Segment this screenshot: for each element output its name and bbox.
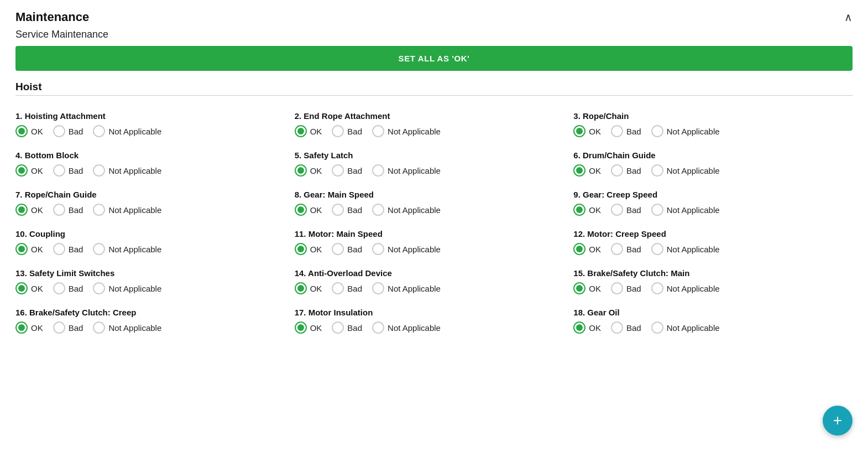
radio-label-bad-16: Bad xyxy=(69,323,83,333)
radio-na-3[interactable]: Not Applicable xyxy=(651,125,720,137)
item-cell-11: 11. Motor: Main SpeedOKBadNot Applicable xyxy=(295,222,574,262)
radio-group-6: OKBadNot Applicable xyxy=(573,164,844,177)
radio-circle-ok-11 xyxy=(295,243,307,255)
radio-circle-na-3 xyxy=(651,125,663,137)
radio-na-7[interactable]: Not Applicable xyxy=(93,204,161,216)
item-cell-18: 18. Gear OilOKBadNot Applicable xyxy=(573,301,853,340)
radio-label-na-17: Not Applicable xyxy=(388,323,441,333)
item-label-11: 11. Motor: Main Speed xyxy=(295,229,565,239)
radio-ok-10[interactable]: OK xyxy=(15,243,43,255)
radio-na-2[interactable]: Not Applicable xyxy=(372,125,441,137)
radio-label-bad-2: Bad xyxy=(347,127,362,136)
radio-label-bad-18: Bad xyxy=(626,323,641,333)
radio-group-14: OKBadNot Applicable xyxy=(295,282,565,294)
radio-label-ok-9: OK xyxy=(589,205,601,215)
radio-group-10: OKBadNot Applicable xyxy=(15,243,286,255)
radio-label-bad-13: Bad xyxy=(69,284,83,293)
radio-bad-16[interactable]: Bad xyxy=(53,322,83,334)
radio-bad-8[interactable]: Bad xyxy=(332,204,362,216)
radio-ok-17[interactable]: OK xyxy=(295,322,322,334)
radio-circle-ok-14 xyxy=(295,282,307,294)
radio-circle-na-16 xyxy=(93,322,105,334)
radio-na-16[interactable]: Not Applicable xyxy=(93,322,161,334)
radio-bad-5[interactable]: Bad xyxy=(332,164,362,177)
item-label-6: 6. Drum/Chain Guide xyxy=(573,151,844,160)
radio-ok-2[interactable]: OK xyxy=(295,125,322,137)
radio-circle-ok-3 xyxy=(573,125,585,137)
radio-na-17[interactable]: Not Applicable xyxy=(372,322,441,334)
radio-ok-15[interactable]: OK xyxy=(573,282,601,294)
radio-na-5[interactable]: Not Applicable xyxy=(372,164,441,177)
radio-group-17: OKBadNot Applicable xyxy=(295,322,565,334)
radio-label-bad-1: Bad xyxy=(69,127,83,136)
radio-bad-12[interactable]: Bad xyxy=(611,243,641,255)
radio-bad-15[interactable]: Bad xyxy=(611,282,641,294)
radio-na-4[interactable]: Not Applicable xyxy=(93,164,161,177)
radio-ok-9[interactable]: OK xyxy=(573,204,601,216)
radio-ok-14[interactable]: OK xyxy=(295,282,322,294)
radio-bad-3[interactable]: Bad xyxy=(611,125,641,137)
radio-label-ok-14: OK xyxy=(310,284,322,293)
radio-ok-7[interactable]: OK xyxy=(15,204,43,216)
radio-na-1[interactable]: Not Applicable xyxy=(93,125,161,137)
radio-ok-18[interactable]: OK xyxy=(573,322,601,334)
radio-ok-4[interactable]: OK xyxy=(15,164,43,177)
radio-bad-11[interactable]: Bad xyxy=(332,243,362,255)
radio-na-8[interactable]: Not Applicable xyxy=(372,204,441,216)
radio-circle-bad-17 xyxy=(332,322,344,334)
radio-group-1: OKBadNot Applicable xyxy=(15,125,286,137)
radio-na-14[interactable]: Not Applicable xyxy=(372,282,441,294)
radio-na-18[interactable]: Not Applicable xyxy=(651,322,720,334)
radio-circle-bad-6 xyxy=(611,164,623,177)
radio-circle-bad-14 xyxy=(332,282,344,294)
radio-na-6[interactable]: Not Applicable xyxy=(651,164,720,177)
radio-label-na-7: Not Applicable xyxy=(108,205,161,215)
radio-bad-1[interactable]: Bad xyxy=(53,125,83,137)
radio-group-3: OKBadNot Applicable xyxy=(573,125,844,137)
radio-ok-12[interactable]: OK xyxy=(573,243,601,255)
radio-ok-16[interactable]: OK xyxy=(15,322,43,334)
radio-circle-ok-15 xyxy=(573,282,585,294)
radio-ok-5[interactable]: OK xyxy=(295,164,322,177)
set-all-button[interactable]: SET ALL AS 'OK' xyxy=(15,46,853,71)
header-row: Maintenance ∧ xyxy=(15,10,853,24)
radio-bad-13[interactable]: Bad xyxy=(53,282,83,294)
radio-na-11[interactable]: Not Applicable xyxy=(372,243,441,255)
radio-na-15[interactable]: Not Applicable xyxy=(651,282,720,294)
radio-ok-3[interactable]: OK xyxy=(573,125,601,137)
radio-ok-11[interactable]: OK xyxy=(295,243,322,255)
radio-ok-1[interactable]: OK xyxy=(15,125,43,137)
radio-label-na-16: Not Applicable xyxy=(108,323,161,333)
radio-bad-2[interactable]: Bad xyxy=(332,125,362,137)
radio-ok-6[interactable]: OK xyxy=(573,164,601,177)
radio-label-bad-4: Bad xyxy=(69,166,83,175)
radio-bad-9[interactable]: Bad xyxy=(611,204,641,216)
radio-circle-bad-13 xyxy=(53,282,65,294)
item-label-5: 5. Safety Latch xyxy=(295,151,565,160)
item-cell-9: 9. Gear: Creep SpeedOKBadNot Applicable xyxy=(573,183,853,222)
radio-circle-na-10 xyxy=(93,243,105,255)
radio-na-10[interactable]: Not Applicable xyxy=(93,243,161,255)
radio-circle-na-11 xyxy=(372,243,384,255)
radio-bad-10[interactable]: Bad xyxy=(53,243,83,255)
radio-na-13[interactable]: Not Applicable xyxy=(93,282,161,294)
radio-circle-na-6 xyxy=(651,164,663,177)
radio-bad-18[interactable]: Bad xyxy=(611,322,641,334)
radio-group-8: OKBadNot Applicable xyxy=(295,204,565,216)
radio-na-9[interactable]: Not Applicable xyxy=(651,204,720,216)
radio-bad-6[interactable]: Bad xyxy=(611,164,641,177)
radio-na-12[interactable]: Not Applicable xyxy=(651,243,720,255)
radio-bad-4[interactable]: Bad xyxy=(53,164,83,177)
radio-ok-8[interactable]: OK xyxy=(295,204,322,216)
radio-label-na-15: Not Applicable xyxy=(667,284,720,293)
item-cell-7: 7. Rope/Chain GuideOKBadNot Applicable xyxy=(15,183,295,222)
radio-bad-7[interactable]: Bad xyxy=(53,204,83,216)
radio-bad-14[interactable]: Bad xyxy=(332,282,362,294)
fab-button[interactable]: + xyxy=(823,406,853,436)
radio-label-ok-3: OK xyxy=(589,127,601,136)
collapse-icon[interactable]: ∧ xyxy=(844,11,853,24)
radio-bad-17[interactable]: Bad xyxy=(332,322,362,334)
radio-label-na-11: Not Applicable xyxy=(388,245,441,254)
radio-ok-13[interactable]: OK xyxy=(15,282,43,294)
radio-group-11: OKBadNot Applicable xyxy=(295,243,565,255)
